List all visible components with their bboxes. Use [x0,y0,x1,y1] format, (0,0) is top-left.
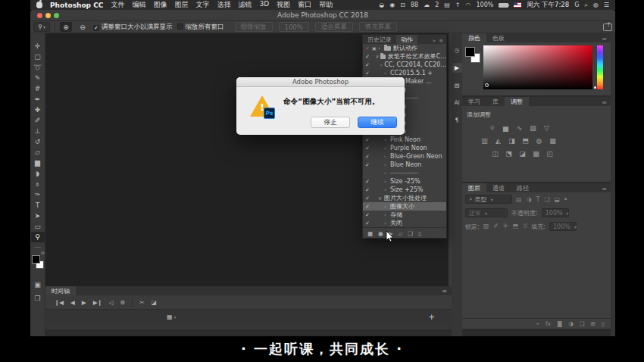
wifi-icon[interactable]: ◠ [466,2,471,8]
toggle-item-check[interactable]: ✓ [365,195,372,201]
foreground-color-swatch[interactable] [32,255,40,264]
split-clip-icon[interactable]: ✂ [139,299,144,306]
settings-icon[interactable]: ⚙ [120,299,125,306]
type-tool[interactable]: T [31,200,45,211]
tab-color[interactable]: 颜色 [462,33,486,42]
zoom-100-button[interactable]: 100% [279,22,309,32]
screen-mode-icon[interactable]: ❐ [31,293,45,304]
new-group-icon[interactable]: ❏ [580,320,585,327]
expand-arrow-icon[interactable]: › [384,145,390,151]
healing-brush-tool[interactable]: ✚ [31,105,45,115]
menu-item[interactable]: 文件 [111,0,124,10]
tab-paths[interactable]: 路径 [511,183,535,192]
filter-icon[interactable]: ◑ [527,196,532,203]
play-icon[interactable]: ▶ [82,299,86,306]
filter-icon[interactable]: T [536,196,540,203]
add-media-button[interactable]: + [429,313,435,321]
lock-icon[interactable]: ▨ [483,223,489,230]
menu-item[interactable]: 窗口 [298,0,311,10]
new-set-icon[interactable]: ▱ [398,230,402,237]
notification-center-icon[interactable]: ☰ [604,2,609,9]
lock-icon[interactable]: ⚿ [523,223,527,230]
next-frame-icon[interactable]: ▶❙ [93,299,102,306]
timeline-track-area[interactable]: ▦ + [45,309,452,326]
adjustment-icon[interactable]: ◍ [535,137,543,145]
apple-logo-icon[interactable] [36,2,42,8]
scrubby-zoom-button[interactable]: 细微缩放 [235,22,273,32]
crop-tool[interactable]: # [31,83,45,94]
pen-tool[interactable]: ✑ [31,189,45,200]
first-frame-icon[interactable]: ❙◀ [55,299,64,306]
menu-item[interactable]: 编辑 [132,0,145,10]
menu-item[interactable]: 3D [259,0,269,10]
history-panel-icon[interactable]: ◷ [452,45,462,55]
tab-swatches[interactable]: 色板 [486,33,511,42]
panel-menu-icon[interactable]: ≡ [602,36,607,42]
panel-menu-icon[interactable]: ≡ [439,38,443,44]
grid-icon[interactable]: 88 [411,2,418,8]
hue-slider[interactable] [597,45,603,89]
move-tool[interactable]: ✛ [31,41,45,51]
edit-toolbar-icon[interactable]: ⋯ [35,244,41,251]
shape-tool[interactable]: ▭ [31,221,45,232]
spotlight-icon[interactable]: ⌕ [584,2,587,9]
adjustment-icon[interactable]: ⬔ [505,150,513,158]
expand-arrow-icon[interactable]: › [384,70,390,76]
adjustment-icon[interactable]: ◰ [546,150,554,158]
lock-icon[interactable]: ✛ [503,223,508,230]
modal-control-icon[interactable]: ▣ [372,45,378,51]
expand-arrow-icon[interactable]: › [378,45,384,51]
expand-arrow-icon[interactable]: › [384,212,390,218]
adjustment-icon[interactable]: ∿ [515,124,524,132]
color-swatches[interactable]: ⧉ [31,255,45,272]
toggle-item-check[interactable]: ✓ [365,137,372,143]
tab-channels[interactable]: 通道 [486,183,511,192]
gradient-tool[interactable]: ▆ [31,158,45,168]
dodge-tool[interactable]: ⌽ [31,179,45,189]
status-icon[interactable]: ◉ [389,2,395,8]
brush-tool[interactable]: ✐ [31,115,45,126]
lock-icon[interactable]: ⬒ [513,223,519,230]
menu-bar-clock[interactable]: 周六 下午7:28 [527,1,569,10]
toggle-item-check[interactable]: ✓ [365,162,372,168]
panel-menu-icon[interactable]: ≡ [602,186,607,192]
action-row[interactable]: ✓ › CC, CC2014, CC20... [363,61,446,69]
toggle-item-check[interactable]: ✓ [365,179,372,185]
lock-icon[interactable]: ✐ [493,223,499,230]
action-row[interactable]: ✓ › CC2015.5.1 + [363,69,446,77]
lasso-tool[interactable]: ➰ [31,62,45,73]
adjustment-icon[interactable]: ▧ [529,124,537,132]
eyedropper-tool[interactable]: ✒ [31,94,45,105]
action-row[interactable]: ✓ › 存储 [363,211,446,219]
action-row[interactable]: ✓ › Size +25% [363,186,446,194]
delete-layer-icon[interactable]: ▯ [602,320,605,327]
toggle-item-check[interactable]: ✓ [365,145,372,151]
action-row[interactable]: ✓ › Pink Neon [363,136,446,144]
zoom-window-button[interactable] [54,13,59,18]
marquee-tool[interactable]: ▢ [31,51,45,62]
filter-icon[interactable]: ❏ [544,196,549,203]
adjustment-icon[interactable]: ◪ [518,150,527,158]
action-row[interactable]: ✓ ∨ 图片大小批处理 [363,194,446,202]
tab-history[interactable]: 历史记录 [363,35,396,44]
action-row[interactable]: ✓ › 关闭 [363,219,446,227]
toggle-item-check[interactable]: ✓ [365,187,372,193]
transition-icon[interactable]: ◪ [152,299,157,306]
new-layer-icon[interactable]: ⊞ [591,320,596,327]
paragraph-panel-icon[interactable]: ¶ [452,115,462,125]
filter-toggle-icon[interactable]: • [564,196,567,203]
new-action-icon[interactable]: ❏ [408,230,413,237]
toggle-item-check[interactable]: ✓ [365,54,370,60]
badge-count[interactable]: 2 [435,2,439,8]
input-language-flag-icon[interactable] [514,2,521,8]
adjustment-icon[interactable]: ▥ [480,137,489,145]
action-row[interactable]: › ------------- [363,169,446,177]
adjustment-icon[interactable]: ◭ [494,137,502,145]
menu-item[interactable]: 文字 [195,0,209,10]
mute-icon[interactable]: ◁ [109,299,114,306]
checkbox-unchecked[interactable] [177,23,183,30]
expand-arrow-icon[interactable]: ∨ [378,195,384,201]
expand-arrow-icon[interactable]: › [384,220,390,226]
saturation-brightness-field[interactable] [483,45,592,89]
fill-input[interactable]: 100% [549,222,577,231]
